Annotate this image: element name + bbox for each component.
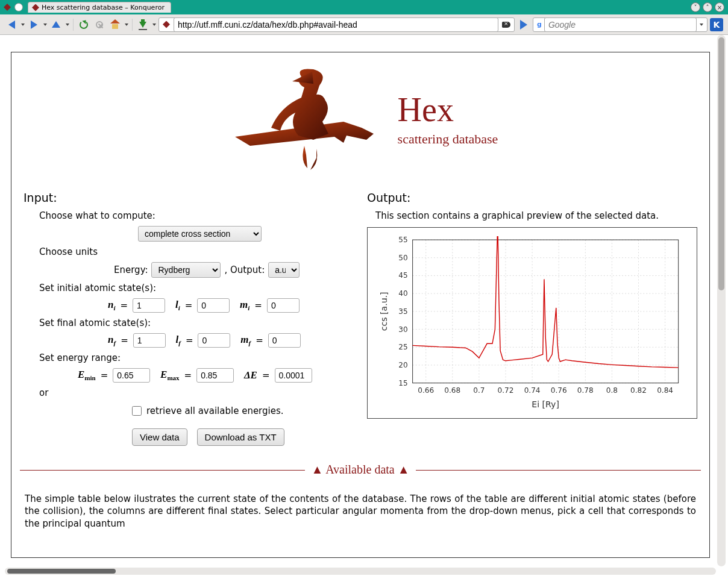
svg-text:50: 50 bbox=[398, 254, 407, 262]
stop-button[interactable] bbox=[93, 18, 106, 31]
svg-text:Ei [Ry]: Ei [Ry] bbox=[532, 399, 559, 409]
clear-url-icon[interactable] bbox=[502, 22, 510, 28]
kde-logo-icon[interactable]: K bbox=[710, 18, 723, 31]
download-button[interactable] bbox=[136, 18, 149, 31]
page-title: Hex bbox=[398, 90, 498, 129]
svg-text:0.76: 0.76 bbox=[551, 386, 567, 395]
output-unit-select[interactable]: a.u. bbox=[268, 262, 300, 278]
mi-input[interactable] bbox=[267, 298, 300, 313]
svg-text:0.68: 0.68 bbox=[444, 386, 460, 395]
svg-text:15: 15 bbox=[398, 379, 407, 387]
svg-text:40: 40 bbox=[398, 289, 407, 298]
svg-text:0.74: 0.74 bbox=[524, 386, 541, 395]
stop-icon bbox=[96, 21, 103, 28]
cross-section-chart: 0.660.680.70.720.740.760.780.80.820.8415… bbox=[374, 236, 691, 412]
url-favicon bbox=[163, 21, 170, 28]
compute-select[interactable]: complete cross section bbox=[138, 226, 262, 242]
nf-input[interactable] bbox=[133, 333, 166, 348]
url-input[interactable] bbox=[174, 17, 498, 32]
available-data-heading[interactable]: ▲ Available data ▲ bbox=[305, 463, 415, 476]
maximize-button[interactable]: ˄ bbox=[703, 2, 712, 12]
horizontal-scrollbar[interactable] bbox=[5, 568, 716, 575]
emin-input[interactable] bbox=[113, 368, 150, 383]
vertical-scrollbar[interactable] bbox=[717, 35, 726, 566]
view-data-button[interactable]: View data bbox=[132, 428, 187, 446]
svg-text:0.84: 0.84 bbox=[657, 386, 673, 395]
energy-label: Energy: bbox=[114, 265, 148, 275]
up-history-dropdown[interactable] bbox=[66, 23, 69, 26]
svg-text:30: 30 bbox=[398, 325, 407, 334]
page-subtitle: scattering database bbox=[398, 131, 498, 147]
units-label: Choose units bbox=[39, 246, 349, 257]
go-icon bbox=[520, 20, 527, 30]
back-button[interactable] bbox=[5, 18, 18, 31]
final-state-label: Set final atomic state(s): bbox=[39, 318, 349, 328]
output-description: This section contains a graphical previe… bbox=[375, 210, 697, 221]
svg-text:0.78: 0.78 bbox=[577, 386, 594, 395]
page-content: Hex scattering database Input: Choose wh… bbox=[11, 52, 710, 558]
svg-text:0.66: 0.66 bbox=[418, 386, 434, 395]
tab-favicon bbox=[32, 4, 39, 11]
window-icon bbox=[14, 3, 23, 11]
reload-button[interactable] bbox=[77, 18, 90, 31]
arrow-left-icon bbox=[8, 20, 15, 29]
app-menu-icon[interactable] bbox=[4, 4, 11, 11]
arrow-up-icon bbox=[52, 21, 60, 28]
close-button[interactable]: × bbox=[715, 2, 724, 12]
initial-state-label: Set initial atomic state(s): bbox=[39, 283, 349, 293]
forward-button[interactable] bbox=[27, 18, 40, 31]
svg-text:ccs [a.u.]: ccs [a.u.] bbox=[379, 292, 389, 331]
download-icon bbox=[139, 22, 146, 28]
energy-range-label: Set energy range: bbox=[39, 352, 349, 363]
reload-icon bbox=[80, 20, 88, 29]
search-input[interactable] bbox=[544, 17, 697, 32]
mf-input[interactable] bbox=[268, 333, 301, 348]
available-data-text: The simple table below ilustrates the cu… bbox=[17, 490, 703, 532]
home-icon bbox=[110, 20, 120, 29]
search-engine-dropdown[interactable] bbox=[700, 23, 703, 26]
svg-text:25: 25 bbox=[398, 343, 407, 351]
go-button[interactable] bbox=[517, 18, 530, 31]
ni-input[interactable] bbox=[133, 298, 165, 313]
browser-tab[interactable]: Hex scattering database – Konqueror bbox=[28, 2, 171, 13]
output-heading: Output: bbox=[367, 191, 697, 204]
scrollbar-thumb[interactable] bbox=[7, 569, 116, 574]
svg-text:35: 35 bbox=[398, 307, 407, 316]
or-label: or bbox=[39, 387, 349, 398]
energy-unit-select[interactable]: Rydberg bbox=[151, 262, 221, 278]
up-button[interactable] bbox=[49, 18, 63, 31]
svg-text:0.7: 0.7 bbox=[473, 386, 485, 395]
svg-text:45: 45 bbox=[398, 271, 407, 280]
forward-history-dropdown[interactable] bbox=[43, 23, 47, 26]
browser-toolbar: g K bbox=[0, 14, 728, 35]
google-logo-icon: g bbox=[537, 20, 542, 28]
url-bar[interactable] bbox=[158, 17, 515, 32]
svg-text:0.72: 0.72 bbox=[498, 386, 514, 395]
available-data-divider: ▲ Available data ▲ bbox=[20, 470, 701, 484]
home-dropdown[interactable] bbox=[125, 23, 128, 26]
compute-label: Choose what to compute: bbox=[39, 210, 349, 221]
download-txt-button[interactable]: Download as TXT bbox=[197, 428, 284, 446]
retrieve-all-checkbox[interactable] bbox=[132, 406, 142, 416]
lf-input[interactable] bbox=[198, 333, 230, 348]
page-viewport: Hex scattering database Input: Choose wh… bbox=[0, 35, 728, 576]
download-dropdown[interactable] bbox=[152, 23, 156, 26]
input-heading: Input: bbox=[24, 191, 349, 204]
svg-text:20: 20 bbox=[398, 361, 407, 369]
scrollbar-thumb[interactable] bbox=[718, 37, 724, 290]
back-history-dropdown[interactable] bbox=[21, 23, 25, 26]
emax-input[interactable] bbox=[196, 368, 234, 383]
retrieve-all-label: retrieve all available energies. bbox=[146, 405, 284, 416]
home-button[interactable] bbox=[108, 18, 122, 31]
output-unit-label: , Output: bbox=[224, 265, 265, 275]
witch-logo-image bbox=[223, 64, 380, 173]
minimize-button[interactable]: ˅ bbox=[691, 2, 700, 12]
de-input[interactable] bbox=[275, 368, 312, 383]
search-bar[interactable]: g bbox=[533, 17, 708, 32]
tab-title: Hex scattering database – Konqueror bbox=[42, 4, 165, 11]
svg-text:0.82: 0.82 bbox=[630, 386, 647, 395]
svg-text:55: 55 bbox=[398, 236, 407, 244]
svg-text:0.8: 0.8 bbox=[606, 386, 618, 395]
li-input[interactable] bbox=[197, 298, 230, 313]
chart-container: 0.660.680.70.720.740.760.780.80.820.8415… bbox=[367, 227, 697, 419]
